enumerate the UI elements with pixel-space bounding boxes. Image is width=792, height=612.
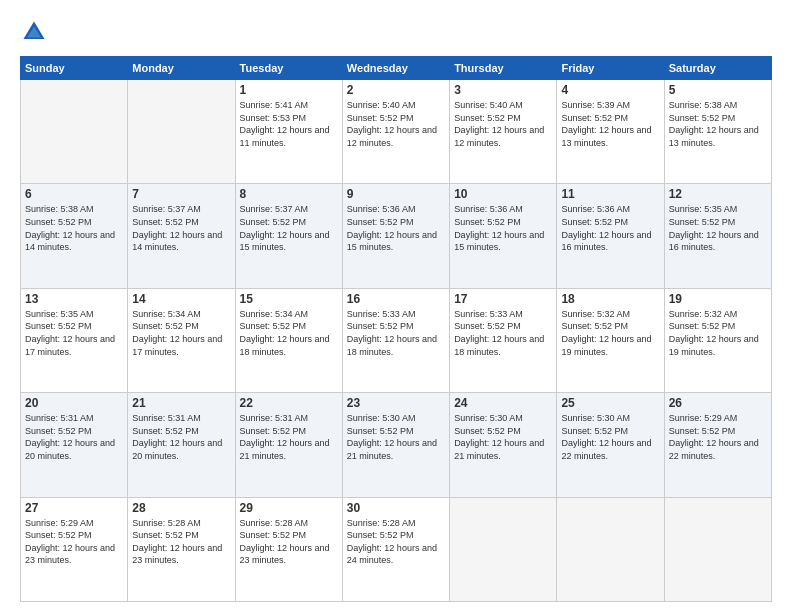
day-info: Sunrise: 5:35 AM Sunset: 5:52 PM Dayligh… [669, 203, 767, 253]
calendar-week-row: 20 Sunrise: 5:31 AM Sunset: 5:52 PM Dayl… [21, 393, 772, 497]
sunrise-label: Sunrise: 5:34 AM [132, 309, 201, 319]
sunrise-label: Sunrise: 5:35 AM [25, 309, 94, 319]
day-info: Sunrise: 5:39 AM Sunset: 5:52 PM Dayligh… [561, 99, 659, 149]
day-info: Sunrise: 5:31 AM Sunset: 5:52 PM Dayligh… [240, 412, 338, 462]
calendar-day-cell: 11 Sunrise: 5:36 AM Sunset: 5:52 PM Dayl… [557, 184, 664, 288]
daylight-label: Daylight: 12 hours and 13 minutes. [669, 125, 759, 148]
calendar-day-cell: 30 Sunrise: 5:28 AM Sunset: 5:52 PM Dayl… [342, 497, 449, 601]
sunset-label: Sunset: 5:52 PM [25, 217, 92, 227]
day-number: 19 [669, 292, 767, 306]
sunrise-label: Sunrise: 5:39 AM [561, 100, 630, 110]
sunrise-label: Sunrise: 5:36 AM [454, 204, 523, 214]
daylight-label: Daylight: 12 hours and 18 minutes. [240, 334, 330, 357]
calendar-day-cell: 19 Sunrise: 5:32 AM Sunset: 5:52 PM Dayl… [664, 288, 771, 392]
day-number: 5 [669, 83, 767, 97]
calendar-day-cell: 24 Sunrise: 5:30 AM Sunset: 5:52 PM Dayl… [450, 393, 557, 497]
day-number: 6 [25, 187, 123, 201]
day-number: 24 [454, 396, 552, 410]
day-info: Sunrise: 5:37 AM Sunset: 5:52 PM Dayligh… [132, 203, 230, 253]
daylight-label: Daylight: 12 hours and 15 minutes. [347, 230, 437, 253]
calendar-day-cell: 29 Sunrise: 5:28 AM Sunset: 5:52 PM Dayl… [235, 497, 342, 601]
daylight-label: Daylight: 12 hours and 14 minutes. [25, 230, 115, 253]
sunset-label: Sunset: 5:52 PM [132, 217, 199, 227]
sunrise-label: Sunrise: 5:41 AM [240, 100, 309, 110]
day-number: 8 [240, 187, 338, 201]
calendar-day-cell: 27 Sunrise: 5:29 AM Sunset: 5:52 PM Dayl… [21, 497, 128, 601]
sunset-label: Sunset: 5:52 PM [347, 217, 414, 227]
calendar-day-cell: 10 Sunrise: 5:36 AM Sunset: 5:52 PM Dayl… [450, 184, 557, 288]
calendar-day-cell [664, 497, 771, 601]
daylight-label: Daylight: 12 hours and 23 minutes. [240, 543, 330, 566]
sunrise-label: Sunrise: 5:33 AM [454, 309, 523, 319]
daylight-label: Daylight: 12 hours and 15 minutes. [454, 230, 544, 253]
day-number: 27 [25, 501, 123, 515]
day-info: Sunrise: 5:33 AM Sunset: 5:52 PM Dayligh… [347, 308, 445, 358]
daylight-label: Daylight: 12 hours and 13 minutes. [561, 125, 651, 148]
calendar-day-cell [557, 497, 664, 601]
sunrise-label: Sunrise: 5:31 AM [240, 413, 309, 423]
calendar-day-cell: 20 Sunrise: 5:31 AM Sunset: 5:52 PM Dayl… [21, 393, 128, 497]
day-info: Sunrise: 5:31 AM Sunset: 5:52 PM Dayligh… [25, 412, 123, 462]
day-number: 16 [347, 292, 445, 306]
day-info: Sunrise: 5:28 AM Sunset: 5:52 PM Dayligh… [347, 517, 445, 567]
sunrise-label: Sunrise: 5:29 AM [25, 518, 94, 528]
sunrise-label: Sunrise: 5:28 AM [347, 518, 416, 528]
sunrise-label: Sunrise: 5:36 AM [347, 204, 416, 214]
day-number: 20 [25, 396, 123, 410]
calendar-day-cell: 2 Sunrise: 5:40 AM Sunset: 5:52 PM Dayli… [342, 80, 449, 184]
calendar-day-cell: 21 Sunrise: 5:31 AM Sunset: 5:52 PM Dayl… [128, 393, 235, 497]
sunrise-label: Sunrise: 5:31 AM [132, 413, 201, 423]
sunset-label: Sunset: 5:52 PM [240, 321, 307, 331]
calendar-day-cell: 28 Sunrise: 5:28 AM Sunset: 5:52 PM Dayl… [128, 497, 235, 601]
daylight-label: Daylight: 12 hours and 12 minutes. [347, 125, 437, 148]
daylight-label: Daylight: 12 hours and 22 minutes. [561, 438, 651, 461]
day-info: Sunrise: 5:34 AM Sunset: 5:52 PM Dayligh… [240, 308, 338, 358]
calendar-day-cell: 22 Sunrise: 5:31 AM Sunset: 5:52 PM Dayl… [235, 393, 342, 497]
daylight-label: Daylight: 12 hours and 18 minutes. [347, 334, 437, 357]
calendar-day-cell: 25 Sunrise: 5:30 AM Sunset: 5:52 PM Dayl… [557, 393, 664, 497]
calendar-day-cell: 23 Sunrise: 5:30 AM Sunset: 5:52 PM Dayl… [342, 393, 449, 497]
daylight-label: Daylight: 12 hours and 17 minutes. [132, 334, 222, 357]
day-number: 15 [240, 292, 338, 306]
calendar-table: SundayMondayTuesdayWednesdayThursdayFrid… [20, 56, 772, 602]
day-info: Sunrise: 5:38 AM Sunset: 5:52 PM Dayligh… [669, 99, 767, 149]
day-info: Sunrise: 5:38 AM Sunset: 5:52 PM Dayligh… [25, 203, 123, 253]
day-number: 4 [561, 83, 659, 97]
day-number: 9 [347, 187, 445, 201]
sunset-label: Sunset: 5:52 PM [240, 530, 307, 540]
sunset-label: Sunset: 5:52 PM [347, 321, 414, 331]
sunrise-label: Sunrise: 5:29 AM [669, 413, 738, 423]
day-info: Sunrise: 5:30 AM Sunset: 5:52 PM Dayligh… [561, 412, 659, 462]
calendar-day-cell: 16 Sunrise: 5:33 AM Sunset: 5:52 PM Dayl… [342, 288, 449, 392]
sunrise-label: Sunrise: 5:32 AM [669, 309, 738, 319]
sunset-label: Sunset: 5:52 PM [25, 426, 92, 436]
sunset-label: Sunset: 5:52 PM [669, 321, 736, 331]
calendar-day-cell: 4 Sunrise: 5:39 AM Sunset: 5:52 PM Dayli… [557, 80, 664, 184]
calendar-day-cell [21, 80, 128, 184]
daylight-label: Daylight: 12 hours and 23 minutes. [132, 543, 222, 566]
calendar-day-cell: 5 Sunrise: 5:38 AM Sunset: 5:52 PM Dayli… [664, 80, 771, 184]
calendar-week-row: 13 Sunrise: 5:35 AM Sunset: 5:52 PM Dayl… [21, 288, 772, 392]
daylight-label: Daylight: 12 hours and 11 minutes. [240, 125, 330, 148]
day-number: 13 [25, 292, 123, 306]
sunrise-label: Sunrise: 5:31 AM [25, 413, 94, 423]
sunrise-label: Sunrise: 5:28 AM [132, 518, 201, 528]
sunrise-label: Sunrise: 5:37 AM [132, 204, 201, 214]
daylight-label: Daylight: 12 hours and 16 minutes. [669, 230, 759, 253]
sunset-label: Sunset: 5:52 PM [561, 426, 628, 436]
day-number: 3 [454, 83, 552, 97]
sunrise-label: Sunrise: 5:37 AM [240, 204, 309, 214]
calendar-day-cell: 12 Sunrise: 5:35 AM Sunset: 5:52 PM Dayl… [664, 184, 771, 288]
sunset-label: Sunset: 5:52 PM [561, 321, 628, 331]
header [20, 18, 772, 46]
logo-icon [20, 18, 48, 46]
sunset-label: Sunset: 5:52 PM [669, 113, 736, 123]
daylight-label: Daylight: 12 hours and 22 minutes. [669, 438, 759, 461]
calendar-header-row: SundayMondayTuesdayWednesdayThursdayFrid… [21, 57, 772, 80]
column-header-monday: Monday [128, 57, 235, 80]
day-info: Sunrise: 5:32 AM Sunset: 5:52 PM Dayligh… [669, 308, 767, 358]
day-info: Sunrise: 5:40 AM Sunset: 5:52 PM Dayligh… [454, 99, 552, 149]
daylight-label: Daylight: 12 hours and 19 minutes. [561, 334, 651, 357]
day-number: 12 [669, 187, 767, 201]
sunrise-label: Sunrise: 5:40 AM [347, 100, 416, 110]
